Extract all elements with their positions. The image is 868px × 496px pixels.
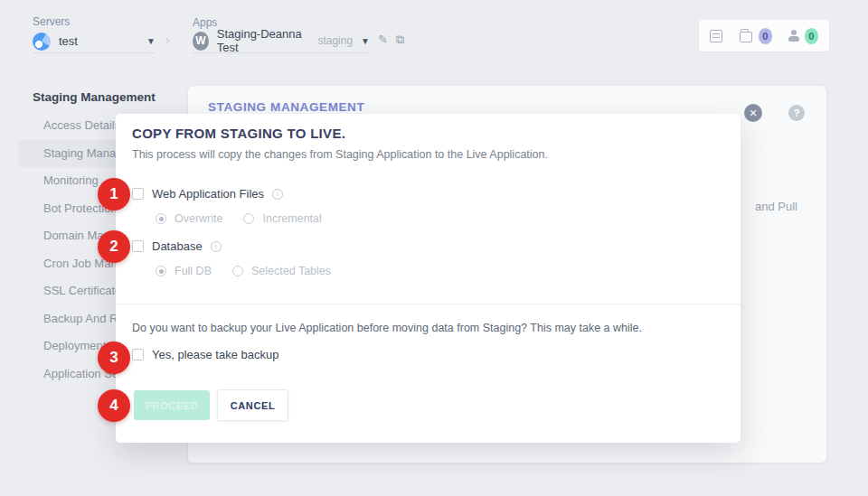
- app-select[interactable]: W Staging-Deanna Test staging ▼: [193, 29, 370, 53]
- server-list-icon[interactable]: [710, 30, 722, 42]
- database-label: Database: [152, 239, 203, 253]
- database-mode-options: Full DB Selected Tables: [156, 265, 344, 277]
- overwrite-label: Overwrite: [175, 212, 222, 225]
- overwrite-radio[interactable]: [156, 213, 166, 224]
- proceed-button[interactable]: PROCEED: [134, 390, 210, 420]
- modal-divider: [116, 304, 741, 304]
- info-icon[interactable]: i: [211, 241, 222, 252]
- help-icon[interactable]: ?: [788, 105, 805, 121]
- full-db-radio[interactable]: [156, 266, 166, 276]
- sidebar-header: Staging Management: [33, 90, 156, 104]
- server-select[interactable]: test ▼: [33, 30, 156, 53]
- full-db-label: Full DB: [175, 265, 212, 277]
- chevron-down-icon[interactable]: ▼: [146, 36, 156, 46]
- server-provider-icon: [33, 33, 51, 51]
- app-name: Staging-Deanna Test: [217, 27, 310, 54]
- info-icon[interactable]: i: [272, 189, 283, 200]
- selected-tables-radio[interactable]: [232, 266, 243, 276]
- annotation-badge-1: 1: [98, 178, 130, 211]
- chevron-down-icon[interactable]: ▼: [361, 36, 370, 46]
- database-checkbox[interactable]: [132, 240, 144, 252]
- external-link-icon[interactable]: ⧉: [396, 33, 404, 47]
- web-application-files-label: Web Application Files: [152, 187, 264, 201]
- breadcrumb-chevron-icon: ›: [165, 33, 170, 47]
- annotation-badge-2: 2: [98, 230, 130, 263]
- team-count-badge[interactable]: 0: [805, 28, 818, 44]
- web-application-files-row: Web Application Files i: [132, 187, 283, 201]
- panel-title: STAGING MANAGEMENT: [208, 100, 364, 114]
- copy-staging-to-live-modal: COPY FROM STAGING TO LIVE. This process …: [116, 114, 741, 443]
- close-icon[interactable]: ✕: [744, 104, 762, 122]
- selected-tables-label: Selected Tables: [251, 265, 331, 277]
- app-env-tag: staging: [317, 34, 353, 47]
- take-backup-checkbox[interactable]: [132, 349, 144, 360]
- team-member-icon[interactable]: [788, 30, 798, 42]
- backup-question: Do you want to backup your Live Applicat…: [132, 322, 642, 334]
- incremental-radio[interactable]: [243, 213, 254, 224]
- modal-subtitle: This process will copy the changes from …: [132, 148, 548, 161]
- panel-partial-text: and Pull: [755, 200, 797, 213]
- projects-folder-icon[interactable]: [740, 32, 752, 42]
- backup-checkbox-row: Yes, please take backup: [132, 348, 278, 361]
- wordpress-icon: W: [193, 32, 209, 51]
- incremental-label: Incremental: [262, 212, 321, 225]
- edit-app-icon[interactable]: ✎: [378, 33, 388, 46]
- topbar-status-box: 0 0: [699, 20, 829, 51]
- annotation-badge-4: 4: [98, 389, 130, 422]
- cancel-button[interactable]: CANCEL: [217, 389, 288, 421]
- database-row: Database i: [132, 239, 222, 253]
- web-application-files-checkbox[interactable]: [132, 188, 144, 200]
- modal-title: COPY FROM STAGING TO LIVE.: [132, 126, 345, 141]
- projects-count-badge[interactable]: 0: [759, 28, 772, 44]
- server-name: test: [59, 34, 138, 48]
- web-files-mode-options: Overwrite Incremental: [156, 212, 335, 225]
- take-backup-label: Yes, please take backup: [152, 348, 278, 361]
- apps-label: Apps: [193, 16, 217, 29]
- servers-label: Servers: [33, 15, 70, 28]
- annotation-badge-3: 3: [98, 342, 130, 374]
